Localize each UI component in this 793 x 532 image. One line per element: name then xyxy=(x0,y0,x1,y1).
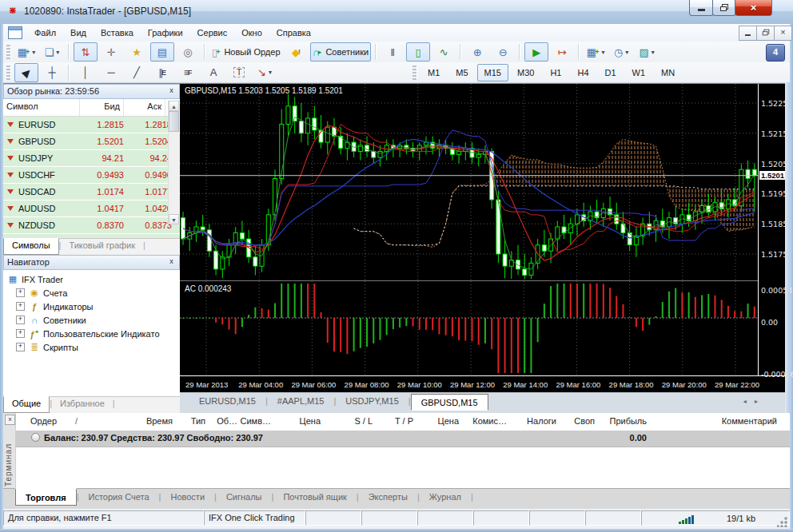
v-line-button[interactable]: │ xyxy=(74,63,98,82)
chart-tab-1[interactable]: #AAPL,M15 xyxy=(268,393,334,408)
text-label-button[interactable]: T xyxy=(227,63,251,82)
terminal-tab-0[interactable]: Торговля xyxy=(15,488,77,506)
trend-line-button[interactable]: ╱ xyxy=(125,63,149,82)
navigator-tab-0[interactable]: Общие xyxy=(3,396,50,413)
periods-button[interactable]: ◷▾ xyxy=(609,42,633,62)
window-close-button[interactable]: × xyxy=(735,0,772,16)
dropdown-arrow-icon[interactable]: ▾ xyxy=(269,69,272,76)
tester-button[interactable]: ◎ xyxy=(176,42,200,62)
terminal-column-12[interactable]: Прибыль xyxy=(555,416,647,426)
advisors-button[interactable]: ∩▸Советники xyxy=(310,42,372,62)
status-trading-mode[interactable]: IFX One Click Trading xyxy=(204,510,305,526)
market-watch-button[interactable]: ⇅ xyxy=(74,42,98,62)
mdi-restore-button[interactable] xyxy=(756,26,775,41)
chart-tab-0[interactable]: EURUSD,M15 xyxy=(189,393,265,408)
dropdown-arrow-icon[interactable]: ▾ xyxy=(32,49,35,56)
timeframe-m5-button[interactable]: M5 xyxy=(448,64,475,81)
terminal-column-0[interactable]: Ордер xyxy=(30,416,57,426)
market-watch-tab-0[interactable]: Символы xyxy=(3,238,59,255)
text-button[interactable]: A xyxy=(201,63,225,82)
chart-window-icon[interactable] xyxy=(8,26,22,39)
menu-item-4[interactable]: Сервис xyxy=(190,24,235,42)
window-minimize-button[interactable] xyxy=(689,0,714,16)
market-watch-row-USDJPY[interactable]: USDJPY94.2194.24 xyxy=(3,150,180,167)
templates-button[interactable]: ▨▾ xyxy=(635,42,659,62)
menu-item-1[interactable]: Вид xyxy=(63,24,94,42)
window-restore-button[interactable] xyxy=(712,0,736,16)
toolbar-grip[interactable] xyxy=(6,66,11,80)
chart-tab-scroll-icons[interactable]: ◂ ▸ xyxy=(743,398,761,405)
dropdown-arrow-icon[interactable]: ▾ xyxy=(652,49,655,56)
terminal-close-icon[interactable]: x xyxy=(5,415,15,425)
timeframe-m30-button[interactable]: M30 xyxy=(510,64,541,81)
expand-icon[interactable]: + xyxy=(16,316,25,324)
expand-icon[interactable]: + xyxy=(16,302,25,311)
indicators-button[interactable]: ▦+▾ xyxy=(584,42,608,62)
column-bid[interactable]: Бид xyxy=(80,99,124,116)
terminal-column-13[interactable]: Комментарий xyxy=(685,416,777,426)
ac-indicator-canvas[interactable] xyxy=(180,281,758,375)
navigator-item-советники[interactable]: +∩Советники xyxy=(6,313,180,327)
scroll-down-icon[interactable]: ▼ xyxy=(169,214,179,224)
mdi-close-button[interactable]: × xyxy=(774,26,792,41)
terminal-tab-1[interactable]: История Счета xyxy=(79,489,159,504)
profiles-button[interactable]: ❏▾ xyxy=(40,42,64,62)
chart-shift-button[interactable]: ↦ xyxy=(550,42,574,62)
crosshair-window-button[interactable]: ✛ xyxy=(99,42,123,62)
terminal-tab-5[interactable]: Эксперты xyxy=(359,489,417,504)
auto-scroll-button[interactable]: ▶ xyxy=(524,42,548,62)
menu-item-2[interactable]: Вставка xyxy=(94,24,141,42)
market-watch-row-AUDUSD[interactable]: AUDUSD1.04171.0420 xyxy=(3,200,180,217)
zoom-out-button[interactable]: ⊖ xyxy=(491,42,515,62)
navigator-close-icon[interactable]: x xyxy=(165,256,177,268)
market-watch-scrollbar[interactable]: ▲ ▼ xyxy=(168,101,180,224)
market-watch-row-GBPUSD[interactable]: GBPUSD1.52011.5204 xyxy=(3,133,180,150)
navigator-item-счета[interactable]: +◉Счета xyxy=(6,286,180,300)
new-order-button[interactable]: ▯+Новый Ордер xyxy=(209,42,283,62)
timeframe-mn-button[interactable]: MN xyxy=(654,64,682,81)
terminal-tab-6[interactable]: Журнал xyxy=(420,489,471,504)
cursor-button[interactable]: ▶ xyxy=(14,63,38,82)
crosshair-button[interactable]: ┼ xyxy=(40,63,64,82)
notification-badge[interactable]: 4 xyxy=(766,44,785,62)
timeframe-m1-button[interactable]: M1 xyxy=(420,64,447,81)
channel-button[interactable]: ∥E xyxy=(150,63,174,82)
market-watch-row-USDCAD[interactable]: USDCAD1.01741.0177 xyxy=(3,184,180,200)
menu-item-3[interactable]: Графики xyxy=(141,24,190,42)
chart-tab-3[interactable]: GBPUSD,M15 xyxy=(411,394,488,411)
toolbar-grip[interactable] xyxy=(412,66,417,80)
mdi-minimize-button[interactable] xyxy=(739,26,757,41)
timeframe-h1-button[interactable]: H1 xyxy=(543,64,568,81)
market-watch-close-icon[interactable]: x xyxy=(165,85,177,97)
favorites-button[interactable]: ★ xyxy=(125,42,149,62)
terminal-balance-row[interactable]: Баланс: 230.97 Средства: 230.97 Свободно… xyxy=(15,431,790,447)
navigator-item-скрипты[interactable]: +≣Скрипты xyxy=(6,340,180,354)
scroll-up-icon[interactable]: ▲ xyxy=(169,101,179,111)
timeframe-m15-button[interactable]: M15 xyxy=(477,64,508,81)
dropdown-arrow-icon[interactable]: ▾ xyxy=(56,49,59,56)
market-watch-row-NZDUSD[interactable]: NZDUSD0.83700.8373 xyxy=(3,217,180,234)
scroll-thumb[interactable] xyxy=(169,111,179,132)
market-watch-row-USDCHF[interactable]: USDCHF0.94930.9496 xyxy=(3,167,180,184)
price-axis[interactable]: 1.52251.52151.52051.51951.51851.51751.52… xyxy=(758,84,786,375)
dropdown-arrow-icon[interactable]: ▾ xyxy=(601,49,604,56)
data-window-button[interactable]: ▤ xyxy=(150,42,174,62)
new-chart-button[interactable]: ▦+▾ xyxy=(14,42,38,62)
menu-item-5[interactable]: Окно xyxy=(234,24,269,42)
expand-icon[interactable]: + xyxy=(16,329,25,338)
candle-chart-button[interactable]: ▯ xyxy=(406,42,430,62)
navigator-item-ifx-trader[interactable]: ▦IFX Trader xyxy=(6,272,180,286)
expand-icon[interactable]: + xyxy=(16,343,25,351)
market-watch-row-EURUSD[interactable]: EURUSD1.28151.2818 xyxy=(3,117,180,133)
column-symbol[interactable]: Символ xyxy=(3,99,80,116)
main-chart-canvas[interactable] xyxy=(180,84,758,280)
time-axis[interactable]: 29 Mar 201329 Mar 04:0029 Mar 06:0029 Ma… xyxy=(180,375,785,393)
navigator-item-пользовательские-индикато[interactable]: +ƒ+Пользовательские Индикато xyxy=(6,327,180,340)
timeframe-d1-button[interactable]: D1 xyxy=(598,64,624,81)
bar-chart-button[interactable]: ‖ xyxy=(381,42,404,62)
terminal-tab-3[interactable]: Сигналы xyxy=(217,489,272,504)
chart-tab-2[interactable]: USDJPY,M15 xyxy=(336,393,408,408)
h-line-button[interactable]: ─ xyxy=(99,63,123,82)
menu-item-0[interactable]: Файл xyxy=(27,24,63,42)
fibo-button[interactable]: ≡F xyxy=(176,63,200,82)
